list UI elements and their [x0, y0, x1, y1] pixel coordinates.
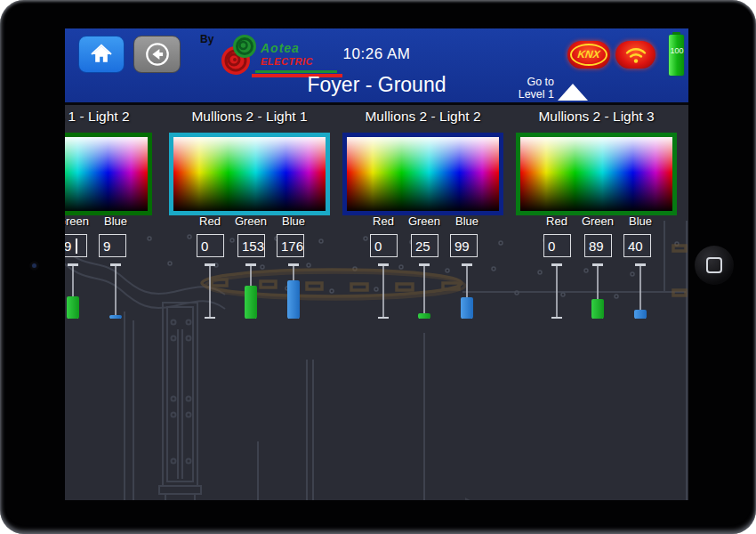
light-column-1: Mullions 1 - Light 2 Red Green Blue 9 9: [65, 105, 158, 372]
green-slider[interactable]: [245, 263, 257, 319]
color-gradient: [173, 137, 326, 211]
light-column-2: Mullions 2 - Light 1 Red Green Blue 0 15…: [163, 105, 336, 372]
color-picker[interactable]: [65, 133, 152, 215]
triangle-up-icon: [558, 84, 588, 101]
blue-label: Blue: [96, 214, 135, 228]
green-value-input[interactable]: 25: [411, 234, 438, 257]
blue-value-input[interactable]: 176: [277, 234, 304, 257]
light-column-3: Mullions 2 - Light 2 Red Green Blue 0 25…: [336, 105, 510, 372]
green-slider[interactable]: [67, 263, 79, 319]
light-name: Mullions 2 - Light 1: [163, 109, 336, 125]
battery-nub: [672, 32, 680, 35]
knx-status-indicator: KNX: [567, 41, 610, 69]
red-slider[interactable]: [204, 263, 216, 319]
color-gradient: [347, 137, 499, 211]
light-name: Mullions 2 - Light 2: [336, 109, 510, 125]
green-label: Green: [65, 214, 92, 228]
goto-level1-button[interactable]: Go to Level 1: [508, 76, 615, 102]
red-value-input[interactable]: 0: [197, 234, 224, 257]
battery-icon: 100: [669, 35, 684, 76]
red-value-input[interactable]: 0: [370, 234, 398, 257]
blue-label: Blue: [447, 214, 487, 228]
blue-slider[interactable]: [287, 263, 300, 319]
color-gradient: [65, 137, 148, 211]
green-slider-fill: [67, 296, 79, 319]
blue-slider[interactable]: [461, 263, 473, 319]
green-slider-fill: [418, 313, 430, 319]
green-slider-fill: [591, 299, 604, 319]
blue-slider-fill: [109, 315, 122, 319]
blue-slider[interactable]: [634, 263, 647, 319]
green-value-input[interactable]: 89: [584, 234, 612, 257]
red-label: Red: [537, 214, 576, 228]
green-slider-fill: [245, 286, 257, 319]
red-label: Red: [364, 214, 403, 228]
green-slider[interactable]: [591, 263, 604, 319]
battery-level: 100: [665, 46, 688, 55]
goto-label-line1: Go to: [508, 76, 554, 88]
color-gradient: [520, 137, 672, 211]
red-label: Red: [190, 214, 229, 228]
light-name: Mullions 1 - Light 2: [65, 109, 158, 125]
page-arrows[interactable]: [465, 498, 485, 500]
goto-label-line2: Level 1: [508, 88, 554, 101]
content-area: Mullions 1 - Light 2 Red Green Blue 9 9 …: [65, 105, 688, 500]
blue-slider[interactable]: [109, 263, 122, 319]
green-label: Green: [231, 214, 270, 228]
wifi-icon: [623, 44, 648, 66]
green-value-input[interactable]: 153: [237, 234, 265, 257]
green-label: Green: [405, 214, 444, 228]
tablet-frame: By Aotea ELECTRIC 10:26 AM KNX: [0, 0, 756, 534]
blue-value-input[interactable]: 40: [623, 234, 651, 257]
red-slider[interactable]: [377, 263, 390, 319]
green-value-input[interactable]: 9: [65, 234, 87, 257]
front-camera: [29, 261, 39, 271]
blue-slider-fill: [461, 297, 473, 319]
blue-value-input[interactable]: 99: [450, 234, 478, 257]
blue-label: Blue: [274, 214, 313, 228]
blue-value-input[interactable]: 9: [99, 234, 126, 257]
blue-slider-fill: [634, 310, 647, 319]
text-cursor: [76, 239, 77, 254]
hardware-home-button[interactable]: [695, 246, 734, 285]
knx-label: KNX: [567, 48, 610, 61]
light-name: Mullions 2 - Light 3: [510, 109, 683, 125]
app-screen: By Aotea ELECTRIC 10:26 AM KNX: [65, 28, 688, 500]
blue-slider-fill: [287, 280, 300, 319]
wifi-status-indicator: [615, 41, 655, 69]
color-picker[interactable]: [342, 133, 503, 215]
blue-label: Blue: [621, 214, 660, 228]
red-slider[interactable]: [551, 263, 563, 319]
arrow-right-icon: [465, 498, 485, 500]
green-label: Green: [578, 214, 617, 228]
color-picker[interactable]: [169, 133, 330, 215]
light-column-4: Mullions 2 - Light 3 Red Green Blue 0 89…: [510, 105, 683, 372]
header-bar: By Aotea ELECTRIC 10:26 AM KNX: [65, 28, 688, 105]
red-value-input[interactable]: 0: [543, 234, 571, 257]
green-slider[interactable]: [418, 263, 430, 319]
color-picker[interactable]: [516, 133, 677, 215]
